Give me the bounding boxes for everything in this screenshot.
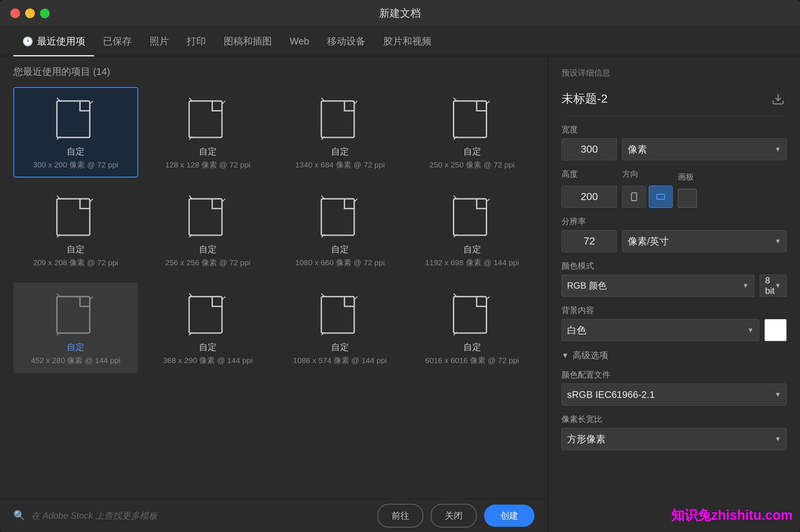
close-dialog-button[interactable]: 关闭	[431, 504, 477, 528]
preset-name-2: 自定	[331, 146, 349, 157]
advanced-toggle[interactable]: ▼ 高级选项	[561, 349, 787, 361]
divider-1	[561, 116, 787, 116]
color-mode-label: 颜色模式	[561, 260, 787, 272]
minimize-button[interactable]	[25, 9, 35, 18]
tab-art[interactable]: 图稿和插图	[215, 27, 281, 56]
width-unit-label: 像素	[628, 143, 647, 156]
svg-rect-40	[321, 297, 354, 333]
color-mode-dropdown[interactable]: RGB 颜色 ▼	[561, 275, 754, 297]
tab-recent[interactable]: 🕐 最近使用项	[13, 27, 94, 56]
resolution-label: 分辨率	[561, 216, 787, 227]
advanced-label: 高级选项	[573, 349, 608, 361]
svg-rect-16	[57, 199, 90, 235]
tab-saved-label: 已保存	[103, 35, 132, 48]
portrait-button[interactable]	[622, 186, 646, 208]
preset-icon-5	[186, 193, 230, 237]
preset-item-5[interactable]: 自定 256 x 256 像素 @ 72 ppi	[146, 185, 270, 275]
color-profile-dropdown[interactable]: sRGB IEC61966-2.1 ▼	[561, 383, 787, 406]
preset-icon-0	[53, 95, 98, 140]
background-field-group: 背景内容 白色 ▼	[561, 305, 787, 341]
resolution-unit-dropdown[interactable]: 像素/英寸 ▼	[622, 230, 787, 252]
bit-depth-value: 8 bit	[765, 275, 774, 296]
tab-mobile[interactable]: 移动设备	[318, 27, 374, 56]
tab-bar: 🕐 最近使用项 已保存 照片 打印 图稿和插图 Web 移动设备 胶片和视频	[0, 27, 800, 56]
preset-desc-8: 452 x 280 像素 @ 144 ppi	[31, 355, 120, 366]
preset-item-8[interactable]: 自定 452 x 280 像素 @ 144 ppi	[13, 283, 138, 373]
chevron-down-icon-color: ▼	[742, 282, 749, 290]
background-dropdown[interactable]: 白色 ▼	[561, 319, 759, 341]
preset-item-9[interactable]: 自定 368 x 290 像素 @ 144 ppi	[146, 283, 270, 373]
preset-item-3[interactable]: 自定 250 x 250 像素 @ 72 ppi	[410, 87, 534, 177]
right-panel: 预设详细信息 宽度 像素	[548, 56, 800, 532]
preset-icon-11	[450, 291, 494, 335]
section-title: 预设详细信息	[561, 67, 787, 79]
preset-item-0[interactable]: 自定 300 x 200 像素 @ 72 ppi	[13, 87, 138, 177]
chevron-down-icon-res: ▼	[774, 237, 781, 245]
tab-film-label: 胶片和视频	[383, 35, 431, 48]
svg-rect-4	[189, 101, 222, 137]
background-label: 背景内容	[561, 305, 787, 316]
bit-depth-dropdown[interactable]: 8 bit ▼	[760, 275, 787, 297]
color-mode-value: RGB 颜色	[567, 280, 607, 292]
preset-name-5: 自定	[199, 243, 217, 255]
preset-desc-4: 209 x 208 像素 @ 72 ppi	[33, 257, 118, 268]
preset-item-2[interactable]: 自定 1340 x 684 像素 @ 72 ppi	[278, 87, 403, 177]
goto-button[interactable]: 前往	[377, 504, 423, 528]
svg-rect-36	[189, 297, 222, 333]
tab-photo[interactable]: 照片	[141, 27, 178, 56]
color-profile-label: 颜色配置文件	[561, 369, 787, 380]
svg-rect-12	[453, 101, 486, 137]
preset-name-1: 自定	[199, 146, 217, 157]
preset-item-10[interactable]: 自定 1086 x 574 像素 @ 144 ppi	[278, 283, 403, 373]
height-orientation-row: 高度 方向	[561, 169, 787, 208]
bottom-bar: 🔍 在 Adobe Stock 上查找更多模板 前往 关闭 创建	[0, 499, 548, 532]
preset-name-field[interactable]	[561, 92, 765, 106]
tab-saved[interactable]: 已保存	[94, 27, 141, 56]
resolution-input[interactable]	[561, 230, 617, 252]
artboard-col: 画板	[678, 172, 697, 208]
orientation-col: 方向	[622, 169, 673, 208]
preset-name-11: 自定	[463, 341, 481, 353]
svg-rect-50	[657, 194, 665, 199]
pixel-aspect-dropdown[interactable]: 方形像素 ▼	[561, 428, 787, 450]
main-content: 您最近使用的项目 (14) 自定 300 x 200 像素 @	[0, 56, 800, 532]
preset-desc-9: 368 x 290 像素 @ 144 ppi	[163, 355, 253, 366]
maximize-button[interactable]	[40, 9, 50, 18]
preset-item-7[interactable]: 自定 1192 x 698 像素 @ 144 ppi	[410, 185, 534, 275]
tab-web-label: Web	[290, 36, 309, 47]
preset-item-1[interactable]: 自定 128 x 128 像素 @ 72 ppi	[146, 87, 270, 177]
landscape-button[interactable]	[649, 186, 673, 208]
tab-print[interactable]: 打印	[178, 27, 215, 56]
preset-item-4[interactable]: 自定 209 x 208 像素 @ 72 ppi	[13, 185, 138, 275]
preset-name-0: 自定	[67, 146, 84, 157]
tab-film[interactable]: 胶片和视频	[374, 27, 440, 56]
preset-icon-6	[318, 193, 362, 237]
tab-web[interactable]: Web	[281, 27, 318, 56]
preset-name-6: 自定	[331, 243, 349, 255]
background-value: 白色	[567, 324, 586, 337]
search-area: 🔍 在 Adobe Stock 上查找更多模板	[13, 510, 370, 522]
tab-art-label: 图稿和插图	[224, 35, 272, 48]
width-unit-dropdown[interactable]: 像素 ▼	[622, 138, 787, 160]
preset-desc-6: 1080 x 660 像素 @ 72 ppi	[295, 257, 385, 268]
height-input[interactable]	[561, 186, 617, 208]
save-preset-icon[interactable]	[770, 90, 787, 107]
svg-rect-20	[189, 199, 222, 235]
svg-rect-0	[57, 101, 90, 137]
preset-item-11[interactable]: 自定 6016 x 6016 像素 @ 72 ppi	[410, 283, 534, 373]
color-profile-value: sRGB IEC61966-2.1	[567, 389, 655, 400]
preset-item-6[interactable]: 自定 1080 x 660 像素 @ 72 ppi	[278, 185, 403, 275]
close-window-button[interactable]	[10, 9, 20, 18]
preset-desc-7: 1192 x 698 像素 @ 144 ppi	[425, 257, 519, 268]
width-input[interactable]	[561, 138, 617, 160]
preset-name-9: 自定	[199, 341, 217, 353]
preset-desc-11: 6016 x 6016 像素 @ 72 ppi	[425, 355, 519, 366]
artboard-checkbox[interactable]	[678, 189, 697, 208]
preset-desc-3: 250 x 250 像素 @ 72 ppi	[429, 160, 514, 170]
create-button[interactable]: 创建	[484, 505, 534, 527]
preset-desc-5: 256 x 256 像素 @ 72 ppi	[165, 257, 250, 268]
preset-name-4: 自定	[67, 243, 84, 255]
color-mode-row: RGB 颜色 ▼ 8 bit ▼	[561, 275, 787, 297]
tab-recent-label: 最近使用项	[37, 35, 85, 48]
background-color-swatch[interactable]	[764, 319, 787, 341]
